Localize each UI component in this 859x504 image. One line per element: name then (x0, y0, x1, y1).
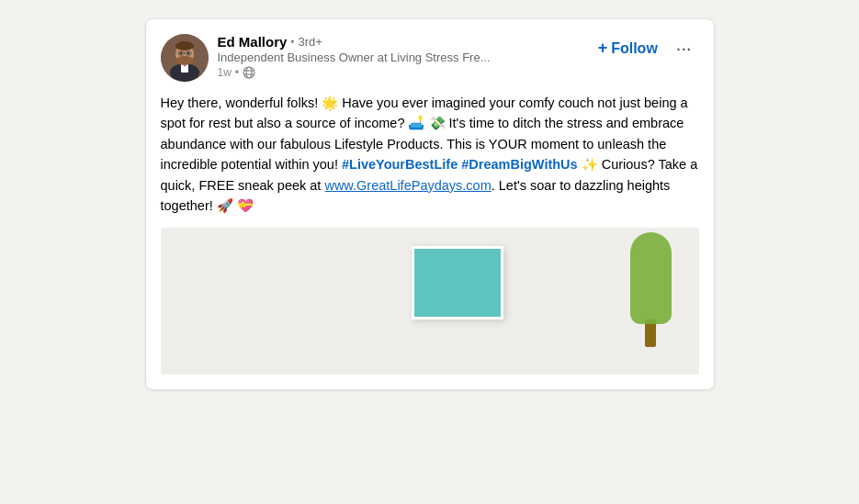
svg-point-5 (175, 56, 194, 65)
svg-point-6 (179, 52, 182, 55)
meta-dot: • (235, 66, 239, 79)
hashtag-2[interactable]: #DreamBigWithUs (461, 157, 577, 172)
user-details: Ed Mallory • 3rd+ Independent Business O… (218, 34, 491, 79)
user-info-section: Ed Mallory • 3rd+ Independent Business O… (161, 34, 491, 82)
post-text-main: Hey there, wonderful folks! 🌟 Have you e… (161, 95, 698, 213)
user-name[interactable]: Ed Mallory (218, 34, 288, 50)
user-degree: 3rd+ (299, 35, 322, 49)
globe-icon (243, 66, 255, 79)
more-options-button[interactable]: ··· (669, 34, 699, 62)
follow-plus: + (598, 39, 608, 58)
user-name-row: Ed Mallory • 3rd+ (218, 34, 491, 50)
post-image (161, 228, 699, 375)
dot-separator: • (290, 36, 294, 49)
post-meta: 1w • (218, 66, 491, 79)
image-frame (412, 246, 503, 319)
post-time: 1w (218, 66, 232, 79)
post-link[interactable]: www.GreatLifePaydays.com (324, 178, 491, 193)
header-actions: + Follow ··· (591, 34, 699, 62)
svg-point-13 (246, 67, 252, 78)
user-title: Independent Business Owner at Living Str… (218, 50, 491, 64)
svg-point-11 (175, 41, 194, 50)
follow-button[interactable]: + Follow (591, 35, 665, 62)
avatar[interactable] (161, 34, 209, 82)
svg-point-7 (186, 52, 189, 55)
svg-point-12 (243, 67, 254, 78)
post-card: Ed Mallory • 3rd+ Independent Business O… (145, 18, 715, 390)
plant-decoration (626, 232, 676, 352)
follow-label: Follow (611, 40, 658, 57)
post-header: Ed Mallory • 3rd+ Independent Business O… (161, 34, 699, 82)
hashtag-1[interactable]: #LiveYourBestLife (342, 157, 458, 172)
post-content: Hey there, wonderful folks! 🌟 Have you e… (161, 93, 699, 217)
more-icon: ··· (676, 38, 692, 59)
